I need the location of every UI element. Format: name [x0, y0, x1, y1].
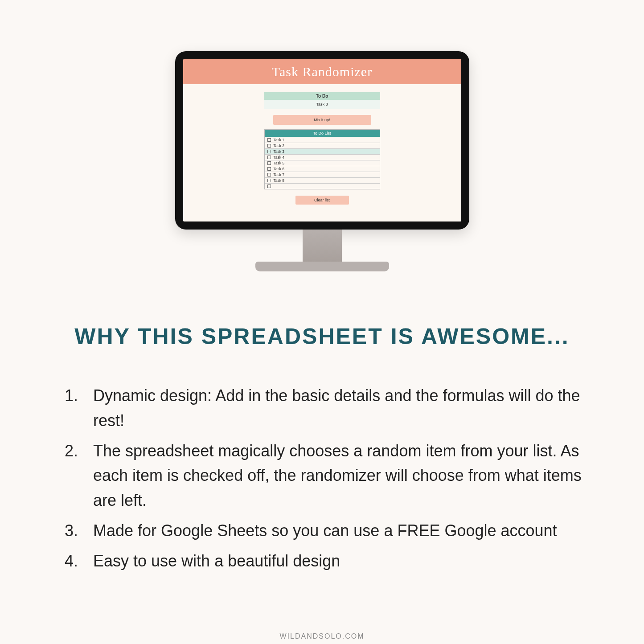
- checkbox-icon[interactable]: [267, 167, 271, 171]
- task-row: Task 1: [265, 137, 380, 143]
- task-label: Task 2: [274, 144, 285, 148]
- feature-item: Easy to use with a beautiful design: [65, 549, 595, 574]
- screen-body: To Do Task 3 Mix it up! To Do List Task …: [183, 84, 461, 222]
- task-row: Task 3: [265, 148, 380, 154]
- app-title: Task Randomizer: [272, 64, 372, 79]
- feature-item: Dynamic design: Add in the basic details…: [65, 383, 595, 433]
- task-label: Task 3: [274, 149, 285, 154]
- checkbox-icon[interactable]: [267, 144, 271, 148]
- feature-item: Made for Google Sheets so you can use a …: [65, 518, 595, 543]
- task-row: Task 6: [265, 166, 380, 172]
- checkbox-icon[interactable]: [267, 156, 271, 159]
- mix-it-up-button[interactable]: Mix it up!: [273, 115, 371, 125]
- task-row: Task 5: [265, 160, 380, 166]
- monitor-bezel: Task Randomizer To Do Task 3 Mix it up! …: [175, 51, 469, 230]
- clear-list-button[interactable]: Clear list: [295, 196, 349, 205]
- app-banner: Task Randomizer: [183, 59, 461, 84]
- feature-item: The spreadsheet magically chooses a rand…: [65, 439, 595, 513]
- page-headline: WHY THIS SPREADSHEET IS AWESOME...: [0, 324, 644, 349]
- task-label: Task 7: [274, 172, 285, 177]
- task-label: Task 5: [274, 161, 285, 165]
- todo-header: To Do: [264, 92, 380, 100]
- task-label: Task 1: [274, 138, 285, 142]
- footer-url: WILDANDSOLO.COM: [0, 632, 644, 640]
- task-row: Task 2: [265, 143, 380, 148]
- checkbox-icon[interactable]: [267, 173, 271, 176]
- task-row: Task 7: [265, 172, 380, 177]
- checkbox-icon[interactable]: [267, 185, 271, 188]
- screen: Task Randomizer To Do Task 3 Mix it up! …: [183, 59, 461, 222]
- task-row: [265, 183, 380, 189]
- task-row: Task 4: [265, 154, 380, 160]
- monitor-mockup: Task Randomizer To Do Task 3 Mix it up! …: [175, 51, 469, 271]
- task-label: Task 4: [274, 155, 285, 160]
- todo-list-header: To Do List: [265, 130, 380, 137]
- checkbox-icon[interactable]: [267, 138, 271, 142]
- monitor-stand-base: [255, 262, 389, 271]
- current-task: Task 3: [264, 100, 380, 109]
- monitor-stand-neck: [303, 230, 342, 262]
- task-label: Task 8: [274, 178, 285, 183]
- todo-list: To Do List Task 1Task 2Task 3Task 4Task …: [264, 129, 380, 189]
- task-label: Task 6: [274, 167, 285, 171]
- checkbox-icon[interactable]: [267, 161, 271, 165]
- checkbox-icon[interactable]: [267, 179, 271, 182]
- checkbox-icon[interactable]: [267, 150, 271, 153]
- task-row: Task 8: [265, 177, 380, 183]
- feature-list: Dynamic design: Add in the basic details…: [65, 383, 595, 579]
